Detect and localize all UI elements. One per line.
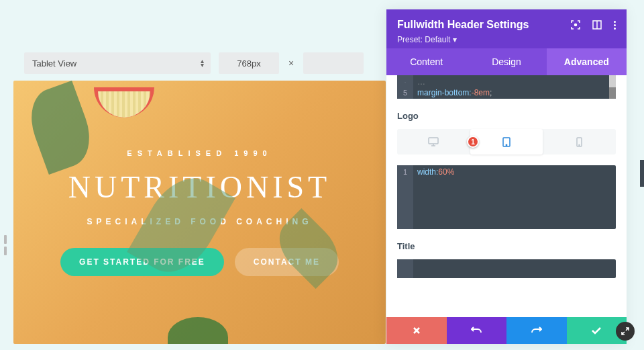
side-indicator (640, 160, 644, 187)
view-select[interactable]: Tablet View ▴▾ (24, 52, 211, 74)
svg-point-9 (579, 144, 580, 145)
chevron-updown-icon: ▴▾ (201, 59, 204, 67)
svg-rect-3 (429, 138, 438, 144)
width-input[interactable]: 768px (219, 52, 279, 74)
section-label-logo: Logo (397, 111, 616, 121)
svg-point-7 (506, 144, 506, 145)
width-value: 768px (237, 58, 260, 69)
device-phone[interactable] (543, 129, 616, 155)
responsive-toolbar: Tablet View ▴▾ 768px × (24, 52, 364, 74)
close-icon (412, 326, 421, 335)
expand-icon (621, 327, 629, 335)
panel-header: Fullwidth Header Settings Preset: Defaul… (386, 9, 627, 48)
drag-handle[interactable] (4, 235, 7, 255)
footer-actions (386, 317, 627, 344)
leaf-decoration (21, 81, 99, 175)
line-gutter (397, 259, 413, 278)
css-editor-header[interactable]: ·5 … margin-bottom:-8em; (397, 75, 616, 99)
panel-tabs: Content Design Advanced (386, 48, 627, 75)
resize-handle[interactable] (616, 322, 635, 341)
annotation-badge: 1 (467, 136, 479, 148)
tab-content[interactable]: Content (386, 48, 466, 75)
panel-title: Fullwidth Header Settings (397, 19, 529, 31)
redo-button[interactable] (506, 317, 567, 344)
hero-section[interactable]: ESTABLISED 1990 NUTRITIONIST SPECIALIZED… (13, 81, 386, 344)
leaf-decoration (168, 317, 228, 344)
line-gutter: ·5 (397, 75, 413, 99)
focus-icon[interactable] (571, 20, 580, 30)
check-icon (591, 326, 602, 335)
desktop-icon (428, 137, 439, 146)
redo-icon (531, 326, 542, 335)
scrollbar[interactable] (609, 75, 616, 99)
css-editor-title[interactable] (397, 259, 616, 278)
device-tablet[interactable] (470, 129, 543, 155)
panel-body: ·5 … margin-bottom:-8em; Logo 1 1 width:… (386, 75, 627, 317)
established-text: ESTABLISED 1990 (127, 149, 272, 157)
fruit-decoration (94, 87, 154, 118)
device-desktop[interactable] (397, 129, 470, 155)
css-editor-logo[interactable]: 1 width:60% (397, 165, 616, 229)
kebab-menu-icon[interactable] (614, 21, 616, 30)
device-tabs: 1 (397, 129, 616, 155)
times-label: × (288, 58, 294, 69)
columns-icon[interactable] (592, 20, 602, 30)
view-label: Tablet View (32, 58, 76, 69)
preset-selector[interactable]: Preset: Default ▾ (397, 35, 616, 44)
phone-icon (576, 137, 582, 147)
tab-advanced[interactable]: Advanced (547, 48, 627, 75)
settings-panel: Fullwidth Header Settings Preset: Defaul… (386, 9, 627, 344)
preview-canvas: ESTABLISED 1990 NUTRITIONIST SPECIALIZED… (13, 81, 386, 344)
undo-button[interactable] (447, 317, 507, 344)
height-input[interactable] (303, 52, 364, 74)
close-button[interactable] (386, 317, 447, 344)
tablet-icon (502, 137, 511, 147)
line-gutter: 1 (397, 165, 413, 229)
undo-icon (471, 326, 482, 335)
tab-design[interactable]: Design (466, 48, 546, 75)
svg-point-0 (575, 24, 577, 26)
section-label-title: Title (397, 241, 616, 251)
